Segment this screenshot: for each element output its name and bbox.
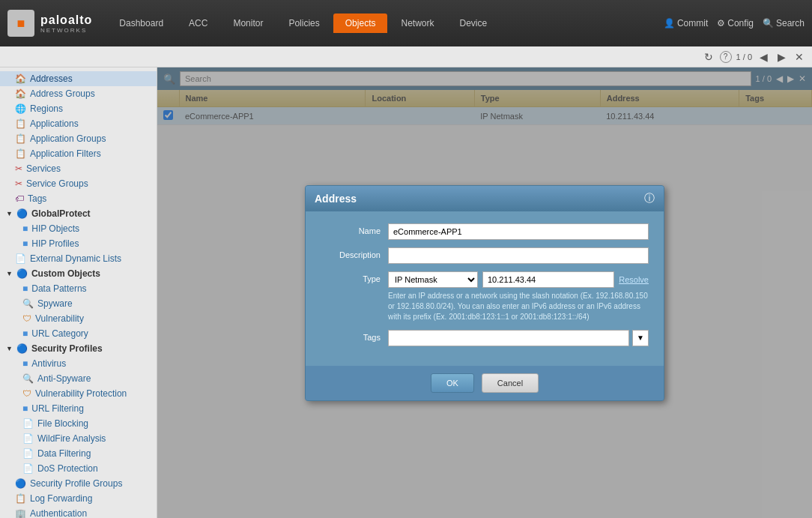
sidebar-item-regions[interactable]: 🌐 Regions	[0, 101, 157, 116]
sidebar-item-vulnerability-protection[interactable]: 🛡 Vulnerability Protection	[0, 386, 157, 401]
sidebar-item-dos-protection[interactable]: 📄 DoS Protection	[0, 461, 157, 476]
dialog-title: Address	[315, 193, 357, 205]
type-row: Type IP Netmask IP Range IP Wildcard Mas…	[321, 271, 649, 322]
commit-button[interactable]: 👤 Commit	[664, 18, 708, 28]
address-dialog: Address ⓘ Name Description	[305, 185, 664, 401]
sidebar-item-tags[interactable]: 🏷 Tags	[0, 191, 157, 206]
tags-input[interactable]	[388, 330, 629, 346]
count-display: 1 / 0	[736, 52, 752, 61]
search-action[interactable]: 🔍 Search	[763, 18, 805, 28]
nav-next-icon[interactable]: ▶	[775, 50, 788, 64]
sidebar-item-application-groups[interactable]: 📋 Application Groups	[0, 131, 157, 146]
sidebar-item-hip-objects[interactable]: ■ HIP Objects	[0, 221, 157, 236]
tab-acc[interactable]: ACC	[177, 13, 219, 33]
content-area: 🔍 1 / 0 ◀ ▶ ✕ Name Location Type Address…	[157, 67, 812, 518]
toolbar: ↻ ? 1 / 0 ◀ ▶ ✕	[0, 46, 812, 67]
address-groups-icon: 🏠	[15, 88, 26, 99]
sidebar-item-url-category[interactable]: ■ URL Category	[0, 326, 157, 341]
sidebar-item-service-groups[interactable]: ✂ Service Groups	[0, 176, 157, 191]
spyware-icon: 🔍	[22, 298, 34, 309]
sidebar-item-security-profile-groups[interactable]: 🔵 Security Profile Groups	[0, 476, 157, 491]
applications-icon: 📋	[15, 118, 26, 129]
sidebar-item-authentication[interactable]: 🏢 Authentication	[0, 506, 157, 518]
custom-objects-icon: 🔵	[16, 268, 28, 279]
sidebar-item-anti-spyware[interactable]: 🔍 Anti-Spyware	[0, 371, 157, 386]
type-label: Type	[321, 271, 388, 283]
sidebar-item-application-filters[interactable]: 📋 Application Filters	[0, 146, 157, 161]
ok-button[interactable]: OK	[431, 373, 474, 393]
description-label: Description	[321, 247, 388, 259]
logo: ■ paloalto NETWORKS	[7, 10, 92, 37]
services-icon: ✂	[15, 163, 22, 174]
tags-dropdown-button[interactable]: ▼	[632, 330, 649, 346]
tab-network[interactable]: Network	[389, 13, 446, 33]
app-groups-icon: 📋	[15, 133, 26, 144]
tab-policies[interactable]: Policies	[276, 13, 331, 33]
dos-protection-icon: 📄	[22, 463, 34, 474]
service-groups-icon: ✂	[15, 178, 22, 189]
vuln-protection-icon: 🛡	[22, 388, 31, 399]
sidebar-item-data-filtering[interactable]: 📄 Data Filtering	[0, 446, 157, 461]
sidebar-item-antivirus[interactable]: ■ Antivirus	[0, 356, 157, 371]
sidebar-item-vulnerability[interactable]: 🛡 Vulnerability	[0, 311, 157, 326]
hip-objects-icon: ■	[22, 223, 28, 234]
nav-tabs: Dashboard ACC Monitor Policies Objects N…	[107, 13, 664, 33]
sidebar-item-data-patterns[interactable]: ■ Data Patterns	[0, 281, 157, 296]
dialog-header: Address ⓘ	[306, 186, 664, 211]
regions-icon: 🌐	[15, 103, 26, 114]
resolve-link[interactable]: Resolve	[619, 275, 649, 284]
app-filters-icon: 📋	[15, 148, 26, 159]
header: ■ paloalto NETWORKS Dashboard ACC Monito…	[0, 0, 812, 46]
close-icon[interactable]: ✕	[793, 50, 806, 64]
tab-objects[interactable]: Objects	[333, 13, 388, 33]
dialog-help-icon[interactable]: ⓘ	[644, 192, 655, 205]
refresh-icon[interactable]: ↻	[702, 50, 715, 64]
dialog-body: Name Description Type	[306, 211, 664, 366]
authentication-icon: 🏢	[15, 508, 26, 518]
spg-icon: 🔵	[15, 478, 26, 489]
tab-monitor[interactable]: Monitor	[221, 13, 275, 33]
name-label: Name	[321, 223, 388, 235]
config-action[interactable]: ⚙ Config	[717, 18, 754, 28]
header-actions: 👤 Commit ⚙ Config 🔍 Search	[664, 18, 805, 28]
edl-icon: 📄	[15, 253, 26, 264]
magnifier-icon: 🔍	[763, 18, 774, 28]
sidebar-group-security-profiles[interactable]: ▼ 🔵 Security Profiles	[0, 341, 157, 356]
name-input[interactable]	[388, 223, 649, 240]
description-input[interactable]	[388, 247, 649, 264]
description-row: Description	[321, 247, 649, 264]
sidebar-item-address-groups[interactable]: 🏠 Address Groups	[0, 86, 157, 101]
sidebar-group-globalprotect[interactable]: ▼ 🔵 GlobalProtect	[0, 206, 157, 221]
tags-icon: 🏷	[15, 193, 24, 204]
log-forwarding-icon: 📋	[15, 493, 26, 504]
sidebar-item-file-blocking[interactable]: 📄 File Blocking	[0, 416, 157, 431]
addresses-icon: 🏠	[15, 73, 26, 84]
file-blocking-icon: 📄	[22, 418, 34, 429]
address-input[interactable]	[482, 271, 614, 288]
dialog-overlay: Address ⓘ Name Description	[157, 67, 812, 518]
tab-dashboard[interactable]: Dashboard	[107, 13, 175, 33]
type-select[interactable]: IP Netmask IP Range IP Wildcard Mask FQD…	[388, 271, 478, 288]
tab-device[interactable]: Device	[447, 13, 499, 33]
sidebar-item-wildfire-analysis[interactable]: 📄 WildFire Analysis	[0, 431, 157, 446]
logo-text: paloalto	[40, 13, 92, 26]
sidebar-item-external-dynamic-lists[interactable]: 📄 External Dynamic Lists	[0, 251, 157, 266]
sidebar-item-url-filtering[interactable]: ■ URL Filtering	[0, 401, 157, 416]
nav-prev-icon[interactable]: ◀	[757, 50, 770, 64]
sidebar-item-applications[interactable]: 📋 Applications	[0, 116, 157, 131]
wildfire-icon: 📄	[22, 433, 34, 444]
tags-label: Tags	[321, 330, 388, 342]
sidebar-item-log-forwarding[interactable]: 📋 Log Forwarding	[0, 491, 157, 506]
help-icon[interactable]: ?	[720, 51, 732, 63]
main-container: 🏠 Addresses 🏠 Address Groups 🌐 Regions 📋…	[0, 67, 812, 518]
sidebar-item-spyware[interactable]: 🔍 Spyware	[0, 296, 157, 311]
sidebar-item-addresses[interactable]: 🏠 Addresses	[0, 71, 157, 86]
sidebar-item-services[interactable]: ✂ Services	[0, 161, 157, 176]
commit-icon: 👤	[664, 18, 675, 28]
sidebar-group-custom-objects[interactable]: ▼ 🔵 Custom Objects	[0, 266, 157, 281]
antivirus-icon: ■	[22, 358, 28, 369]
hint-text: Enter an IP address or a network using t…	[388, 291, 649, 322]
cancel-button[interactable]: Cancel	[482, 373, 539, 393]
sidebar-item-hip-profiles[interactable]: ■ HIP Profiles	[0, 236, 157, 251]
globalprotect-icon: 🔵	[16, 208, 28, 219]
